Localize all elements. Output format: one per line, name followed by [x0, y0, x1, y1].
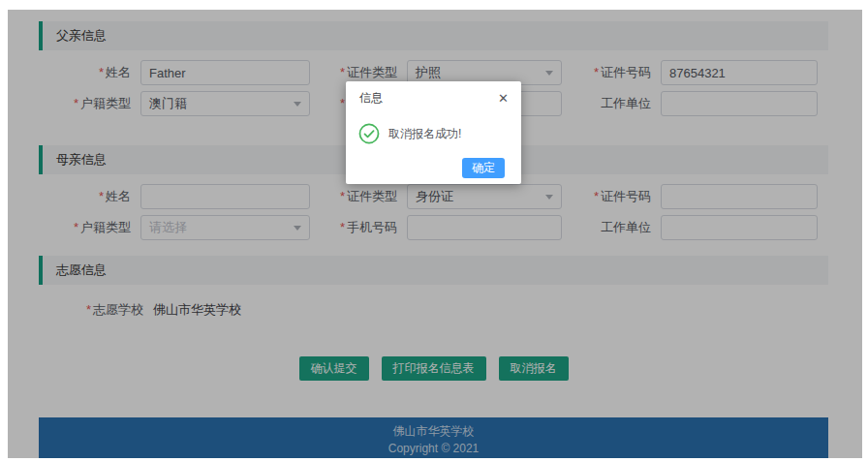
dialog-message: 取消报名成功! — [388, 126, 461, 142]
message-dialog: 信息 ✕ 取消报名成功! 确定 — [346, 81, 521, 184]
dialog-header: 信息 ✕ — [346, 81, 521, 108]
dialog-body: 取消报名成功! — [346, 108, 521, 144]
ok-button[interactable]: 确定 — [462, 158, 505, 178]
close-icon[interactable]: ✕ — [498, 92, 509, 105]
registration-page: 父亲信息 *姓名 *证件类型 护照 *证件号码 *户籍类型 — [8, 10, 862, 458]
modal-backdrop — [8, 10, 862, 458]
dialog-title: 信息 — [359, 90, 383, 107]
dialog-footer: 确定 — [462, 158, 505, 178]
success-check-circle-icon — [358, 123, 380, 144]
